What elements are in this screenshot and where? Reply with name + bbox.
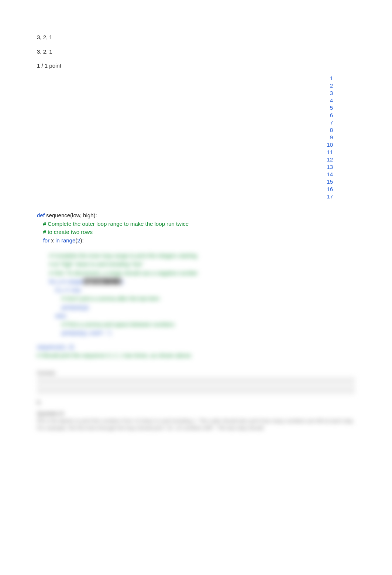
keyword-for: for — [37, 237, 49, 244]
line-number: 11 — [37, 149, 333, 156]
blurred-next-question: 8. Question 8 Fill in the blanks to prin… — [37, 398, 355, 432]
blurred-question-text: Fill in the blanks to print the numbers … — [37, 418, 355, 432]
line-number: 10 — [37, 141, 333, 149]
builtin-range: range — [60, 237, 76, 244]
blurred-call-comment: # Should print the sequence 3, 2, 1 two … — [37, 351, 355, 360]
code-block: def sequence(low, high): # Complete the … — [37, 203, 355, 245]
score-text: 1 / 1 point — [37, 62, 355, 70]
blurred-table: Correct — [37, 368, 355, 394]
blurred-row — [37, 377, 355, 385]
blurred-label: Correct — [37, 368, 355, 377]
blurred-code: print(str(y)) — [37, 303, 355, 312]
line-number: 8 — [37, 126, 333, 134]
paren-close: ): — [80, 237, 84, 244]
line-number: 17 — [37, 193, 333, 200]
line-number: 9 — [37, 134, 333, 141]
blurred-comment: # Don't print a comma after the last ite… — [37, 294, 355, 303]
variable-x: x — [49, 237, 55, 244]
blurred-call: sequence(1, 3) — [37, 343, 355, 351]
line-number: 6 — [37, 112, 333, 119]
line-number: 5 — [37, 104, 333, 112]
blurred-question-number: 8. — [37, 398, 355, 406]
blurred-code: if y == low: — [37, 286, 355, 294]
blurred-preview: # Complete the inner loop range to print… — [37, 251, 355, 432]
line-number: 4 — [37, 97, 333, 104]
blurred-comment: # Hint: To decrement, a range should use… — [37, 269, 355, 277]
line-number: 7 — [37, 119, 333, 126]
blurred-question-title: Question 8 — [37, 409, 355, 418]
answer-row-1: 3, 2, 1 — [37, 33, 355, 42]
function-signature: sequence(low, high): — [45, 212, 97, 218]
blurred-code: for y in range(high,low - 1, -1): — [37, 277, 355, 286]
number-literal: 2 — [77, 237, 80, 244]
line-number-gutter: 1 2 3 4 5 6 7 8 9 10 11 12 13 14 15 16 1… — [37, 75, 355, 200]
keyword-def: def — [37, 212, 45, 218]
line-number: 2 — [37, 82, 333, 89]
blurred-comment: # Print a comma and space between number… — [37, 320, 355, 329]
blurred-row — [37, 386, 355, 394]
line-number: 13 — [37, 163, 333, 171]
comment-line: # to create two rows — [37, 229, 93, 235]
answer-row-2: 3, 2, 1 — [37, 48, 355, 56]
line-number: 15 — [37, 178, 333, 186]
comment-line: # Complete the outer loop range to make … — [37, 221, 189, 227]
keyword-in: in — [55, 237, 60, 244]
blurred-code: print(str(y), end=", ") — [37, 329, 355, 337]
line-number: 3 — [37, 89, 333, 97]
blurred-code: else: — [37, 312, 355, 320]
line-number: 1 — [37, 75, 333, 82]
line-number: 14 — [37, 171, 333, 178]
line-number: 12 — [37, 156, 333, 163]
line-number: 16 — [37, 186, 333, 193]
blurred-comment: # Complete the inner loop range to print… — [37, 251, 355, 260]
blurred-comment: # at "high" down to and including "low" — [37, 260, 355, 268]
